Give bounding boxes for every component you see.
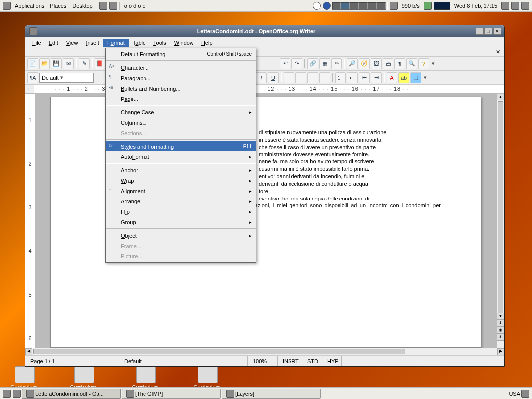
- tab-mode-box[interactable]: L: [25, 85, 34, 94]
- page-container[interactable]: di stipulare nuovamente una polizza di a…: [35, 94, 496, 348]
- applications-menu[interactable]: Applications: [12, 2, 47, 10]
- hyperlink-button[interactable]: 🔗: [307, 58, 318, 69]
- mi-paragraph[interactable]: ¶Paragraph...: [106, 73, 256, 83]
- numbering-button[interactable]: 1≡: [335, 72, 346, 83]
- close-document-button[interactable]: ✕: [496, 49, 500, 55]
- align-left-button[interactable]: ≡: [284, 72, 294, 83]
- menu-view[interactable]: View: [62, 39, 82, 47]
- scroll-thumb[interactable]: [498, 101, 503, 319]
- menu-edit[interactable]: Edit: [45, 39, 62, 47]
- mi-page[interactable]: Page...: [106, 94, 256, 104]
- find-button[interactable]: 🔎: [347, 58, 358, 69]
- maximize-button[interactable]: □: [484, 28, 492, 35]
- menu-file[interactable]: File: [28, 39, 45, 47]
- task-gimp[interactable]: [The GIMP]: [122, 389, 221, 399]
- align-center-button[interactable]: ≡: [295, 72, 306, 83]
- network-icon[interactable]: [390, 2, 398, 10]
- mi-wrap[interactable]: Wrap▸: [106, 175, 256, 186]
- show-desktop-icon[interactable]: [3, 390, 11, 398]
- highlight-button[interactable]: ab: [398, 72, 409, 83]
- gallery-button[interactable]: 🖼: [371, 58, 382, 69]
- titlebar[interactable]: LetteraCondomini.odt - OpenOffice.org Wr…: [25, 25, 504, 37]
- lock-icon[interactable]: [511, 2, 519, 10]
- bullets-button[interactable]: •≡: [347, 72, 358, 83]
- volume-icon[interactable]: [501, 2, 509, 10]
- vertical-scrollbar[interactable]: ▲ ▼ ⇞ ◉ ⇟: [496, 94, 504, 348]
- pdf-button[interactable]: 📕: [95, 58, 105, 69]
- terminal2-launcher-icon[interactable]: [109, 2, 117, 10]
- mi-columns[interactable]: Columns...: [106, 117, 256, 128]
- draw-button[interactable]: ✏: [331, 58, 342, 69]
- table-button[interactable]: ▦: [319, 58, 330, 69]
- mi-default-formatting[interactable]: Default Formatting Control+Shift+space: [106, 49, 256, 59]
- trash-icon[interactable]: [521, 390, 529, 398]
- email-button[interactable]: ✉: [63, 58, 74, 69]
- scroll-right-button[interactable]: ▶: [497, 348, 504, 355]
- battery-icon[interactable]: [424, 2, 432, 10]
- task-layers[interactable]: [Layers]: [222, 389, 321, 399]
- terminal-launcher-icon[interactable]: [99, 2, 107, 10]
- mi-flip[interactable]: Flip▸: [106, 206, 256, 217]
- open-button[interactable]: 📂: [39, 58, 50, 69]
- toolbar-overflow[interactable]: ▾: [430, 60, 436, 67]
- font-color-button[interactable]: A: [387, 72, 397, 83]
- workspace-switcher[interactable]: [332, 2, 386, 10]
- status-insert[interactable]: INSRT: [278, 356, 302, 366]
- scroll-left-button[interactable]: ◀: [25, 348, 32, 355]
- redo-button[interactable]: ↷: [291, 58, 302, 69]
- bg-color-button[interactable]: ▢: [410, 72, 421, 83]
- prev-page-button[interactable]: ⇞: [497, 320, 504, 327]
- underline-button[interactable]: U: [268, 72, 279, 83]
- status-zoom[interactable]: 100%: [248, 356, 278, 366]
- italic-button[interactable]: I: [256, 72, 267, 83]
- next-page-button[interactable]: ⇟: [497, 334, 504, 341]
- scroll-up-button[interactable]: ▲: [497, 94, 504, 100]
- mi-group[interactable]: Group▸: [106, 217, 256, 227]
- nav-button[interactable]: ◉: [497, 327, 504, 334]
- datasources-button[interactable]: 🗃: [383, 58, 393, 69]
- increase-indent-button[interactable]: ⇥: [371, 72, 382, 83]
- status-page[interactable]: Page 1 / 1: [25, 356, 119, 366]
- launcher-icon[interactable]: [13, 390, 21, 398]
- mi-anchor[interactable]: Anchor▸: [106, 165, 256, 175]
- status-selection[interactable]: STD: [302, 356, 322, 366]
- mi-bullets[interactable]: •≡Bullets and Numbering...: [106, 83, 256, 94]
- mi-arrange[interactable]: Arrange▸: [106, 196, 256, 206]
- mi-styles[interactable]: ☞Styles and FormattingF11: [106, 141, 256, 151]
- clock[interactable]: Wed 8 Feb, 17:15: [451, 2, 500, 10]
- keyboard-layout[interactable]: USA: [509, 391, 520, 397]
- horizontal-ruler[interactable]: L · · · 1 · · · 2 · · · 3 · · · 4 · · · …: [25, 85, 504, 94]
- minimize-button[interactable]: _: [476, 28, 484, 35]
- horizontal-scrollbar[interactable]: ◀ ▶: [25, 348, 504, 355]
- justify-button[interactable]: ≡: [319, 72, 330, 83]
- weather-applet-icon[interactable]: [313, 2, 321, 10]
- menu-tools[interactable]: Tools: [149, 39, 170, 47]
- places-menu[interactable]: Places: [47, 2, 69, 10]
- edit-file-button[interactable]: ✎: [79, 58, 90, 69]
- navigator-button[interactable]: 🧭: [359, 58, 370, 69]
- gnome-foot-icon[interactable]: [3, 2, 11, 10]
- netload-graph[interactable]: [434, 2, 450, 10]
- mi-character[interactable]: AᵃCharacter...: [106, 62, 256, 73]
- zoom-button[interactable]: 🔍: [406, 58, 417, 69]
- undo-button[interactable]: ↶: [280, 58, 290, 69]
- mi-autoformat[interactable]: AutoFormat▸: [106, 151, 256, 162]
- save-button[interactable]: 💾: [51, 58, 62, 69]
- menu-window[interactable]: Window: [170, 39, 197, 47]
- new-button[interactable]: 📄: [27, 58, 38, 69]
- mi-alignment[interactable]: ≡Alignment▸: [106, 186, 256, 196]
- mi-object[interactable]: Object▸: [106, 230, 256, 241]
- nonprinting-button[interactable]: ¶: [394, 58, 405, 69]
- menu-insert[interactable]: Insert: [82, 39, 103, 47]
- styles-window-button[interactable]: ¶A: [27, 72, 38, 83]
- mi-change-case[interactable]: Change Case▸: [106, 107, 256, 117]
- menu-format[interactable]: Format: [103, 39, 129, 47]
- desktop-menu[interactable]: Desktop: [69, 2, 95, 10]
- hscroll-thumb[interactable]: [33, 349, 405, 354]
- status-style[interactable]: Default: [119, 356, 248, 366]
- paragraph-style-select[interactable]: Default▾: [39, 73, 94, 83]
- formatting-overflow[interactable]: ▾: [422, 74, 428, 81]
- scroll-down-button[interactable]: ▼: [497, 313, 504, 320]
- help-button[interactable]: ?: [418, 58, 429, 69]
- vertical-ruler[interactable]: ·1·2·3·4·5·6·7·8·9·10: [25, 94, 35, 348]
